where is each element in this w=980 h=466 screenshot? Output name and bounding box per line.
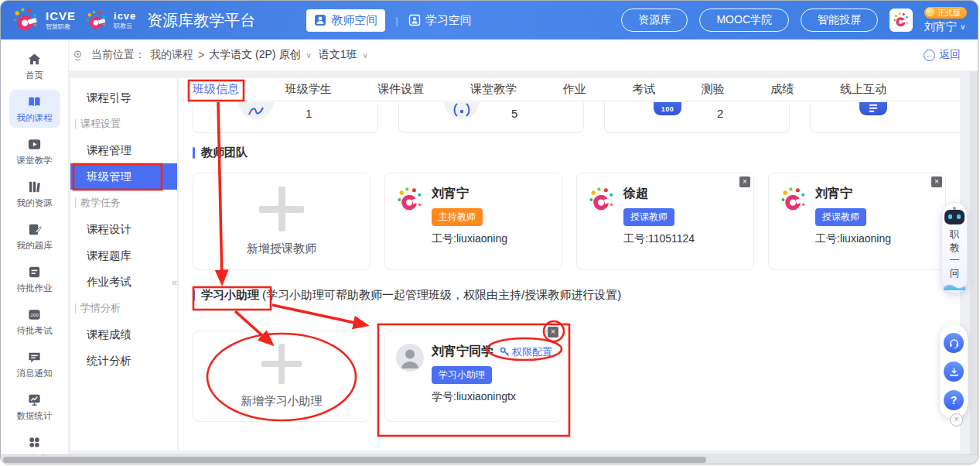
section-bar xyxy=(193,147,195,159)
message-icon xyxy=(27,350,42,365)
floating-toolbar: ? xyxy=(940,324,968,419)
breadcrumb-root[interactable]: 我的课程 xyxy=(150,48,193,62)
tab-class-students[interactable]: 班级学生 xyxy=(285,78,332,101)
brand-secondary-name: icve xyxy=(114,11,136,21)
brand-primary-name: ICVE xyxy=(46,10,76,22)
teacher-space-icon xyxy=(314,14,326,26)
question-icon: ? xyxy=(951,394,958,406)
customer-service-button[interactable] xyxy=(944,333,964,353)
add-assistant-button[interactable]: 新增学习小助理 xyxy=(193,331,370,422)
submenu-item-course-guide[interactable]: 课程引导 xyxy=(70,84,177,111)
tab-classroom-teaching[interactable]: 课堂教学 xyxy=(470,78,517,101)
sidebar-item-classroom-teaching[interactable]: 课堂教学 xyxy=(9,132,60,170)
stat-card-score: 100 2 xyxy=(604,102,790,133)
sidebar-item-home[interactable]: 首页 xyxy=(9,47,60,85)
help-button[interactable]: ? xyxy=(944,390,964,410)
space-switch: 教师空间 | 学习空间 xyxy=(306,9,471,32)
add-teacher-label: 新增授课教师 xyxy=(247,242,316,256)
student-space-button[interactable]: 学习空间 xyxy=(408,13,472,28)
stat-value: 2 xyxy=(717,107,723,120)
role-badge: 授课教师 xyxy=(815,208,866,226)
sidebar-item-my-courses[interactable]: 我的课程 xyxy=(9,90,60,128)
doc-stat-icon xyxy=(859,102,887,115)
breadcrumb-course-select[interactable]: 大学语文 (2P) 原创 xyxy=(209,48,300,62)
sidebar-item-my-question-bank[interactable]: 我的题库 xyxy=(9,218,60,255)
breadcrumb: 当前位置： 我的课程 > 大学语文 (2P) 原创 ∨ 语文1班 ∨ ← 返回 xyxy=(60,39,978,71)
teacher-id: 工号:11051124 xyxy=(623,232,695,246)
submenu-item-course-question-bank[interactable]: 课程题库 xyxy=(70,242,177,269)
tab-courseware-settings[interactable]: 课件设置 xyxy=(377,78,424,101)
student-avatar xyxy=(396,344,424,372)
tab-exam[interactable]: 考试 xyxy=(632,78,655,101)
tab-online-interaction[interactable]: 线上互动 xyxy=(840,78,886,101)
submenu-group-learning-analysis: 学情分析 xyxy=(70,295,177,321)
sidebar-item-pending-exams[interactable]: 100 待批考试 xyxy=(9,303,60,341)
home-icon xyxy=(27,52,42,67)
remove-teacher-button[interactable]: × xyxy=(739,176,751,188)
teacher-card-host: 刘宵宁 主持教师 工号:liuxiaoning xyxy=(384,173,562,270)
remove-teacher-button[interactable]: × xyxy=(930,176,943,188)
sidebar-item-messages[interactable]: 消息通知 xyxy=(9,345,60,383)
version-badge: 正式版 xyxy=(924,7,967,19)
submenu-item-course-design[interactable]: 课程设计 xyxy=(70,216,177,242)
submenu-item-class-manage[interactable]: 班级管理 xyxy=(70,163,177,190)
brand-primary-sub: 智慧职教 xyxy=(46,24,76,30)
student-space-icon xyxy=(408,14,421,26)
breadcrumb-class-select[interactable]: 语文1班 xyxy=(319,48,357,62)
sidebar-item-my-resources[interactable]: 我的资源 xyxy=(9,175,60,213)
exam-icon: 100 xyxy=(27,307,42,322)
submenu-item-homework-exam[interactable]: 作业考试 xyxy=(70,269,177,295)
assistant-card: × 刘宵宁同学 权限配置 xyxy=(384,331,562,422)
teacher-name: 刘宵宁 xyxy=(815,186,852,202)
back-button[interactable]: ← 返回 xyxy=(924,48,961,62)
role-badge-host: 主持教师 xyxy=(432,208,483,226)
submenu-item-course-grades[interactable]: 课程成绩 xyxy=(70,321,177,348)
smart-cast-button[interactable]: 智能投屏 xyxy=(801,9,878,32)
teacher-stat-icon xyxy=(238,102,274,119)
stat-value: 5 xyxy=(511,107,517,120)
app-launcher-icon[interactable] xyxy=(890,9,913,32)
vertical-scrollbar-track[interactable] xyxy=(970,39,978,454)
teacher-space-button[interactable]: 教师空间 xyxy=(306,9,385,32)
submenu-group-teaching-tasks: 教学任务 xyxy=(70,190,177,216)
floating-close-button[interactable]: × xyxy=(950,413,963,427)
horizontal-scrollbar-thumb[interactable] xyxy=(3,457,706,463)
user-menu[interactable]: 正式版 刘宵宁 ∨ xyxy=(924,7,967,34)
teacher-id: 工号:liuxiaoning xyxy=(815,232,891,246)
class-caret-icon[interactable]: ∨ xyxy=(363,51,368,60)
sidebar-item-statistics[interactable]: 数据统计 xyxy=(9,388,60,426)
sidebar-item-pending-homework[interactable]: 待批作业 xyxy=(9,260,60,298)
permission-config-link[interactable]: 权限配置 xyxy=(500,345,552,359)
submenu-collapse-handle[interactable]: « xyxy=(172,276,177,288)
submenu-item-course-manage[interactable]: 课程管理 xyxy=(70,137,177,163)
section-bar xyxy=(193,290,195,301)
teacher-team-header: 教师团队 xyxy=(193,146,248,160)
username: 刘宵宁 xyxy=(924,20,957,34)
plus-icon xyxy=(259,187,304,231)
student-space-label: 学习空间 xyxy=(425,13,472,28)
remove-assistant-button[interactable]: × xyxy=(547,326,559,338)
medal-icon xyxy=(926,8,934,16)
teacher-team-title: 教师团队 xyxy=(201,146,248,160)
download-button[interactable] xyxy=(944,361,964,382)
app-window: ICVE 智慧职教 icve 职教云 资源库教学平台 教师空间 | xyxy=(0,0,978,464)
homework-icon xyxy=(27,265,42,279)
statistics-icon xyxy=(27,392,42,407)
role-badge: 授课教师 xyxy=(623,208,674,226)
tab-grades[interactable]: 成绩 xyxy=(770,78,794,101)
download-icon xyxy=(948,366,960,378)
tab-quiz[interactable]: 测验 xyxy=(702,78,725,101)
assistant-name: 刘宵宁同学 xyxy=(432,344,493,360)
brand-secondary: icve 职教云 xyxy=(85,9,136,32)
tab-class-info[interactable]: 班级信息 xyxy=(193,78,239,101)
course-caret-icon[interactable]: ∨ xyxy=(306,51,311,60)
mooc-college-button[interactable]: MOOC学院 xyxy=(699,9,789,32)
tab-homework[interactable]: 作业 xyxy=(563,78,586,101)
ai-assistant-widget[interactable]: 职 教 一 问 xyxy=(941,202,968,293)
wave-decoration-icon xyxy=(944,281,965,290)
submenu-item-statistic-analysis[interactable]: 统计分析 xyxy=(70,348,177,374)
svg-text:100: 100 xyxy=(30,312,39,317)
left-rail: 首页 我的课程 课堂教学 我的资源 我的题库 待批作业 100 待批考试 消息通 xyxy=(1,39,69,454)
add-teacher-button[interactable]: 新增授课教师 xyxy=(193,173,370,270)
resource-library-button[interactable]: 资源库 xyxy=(621,9,688,32)
